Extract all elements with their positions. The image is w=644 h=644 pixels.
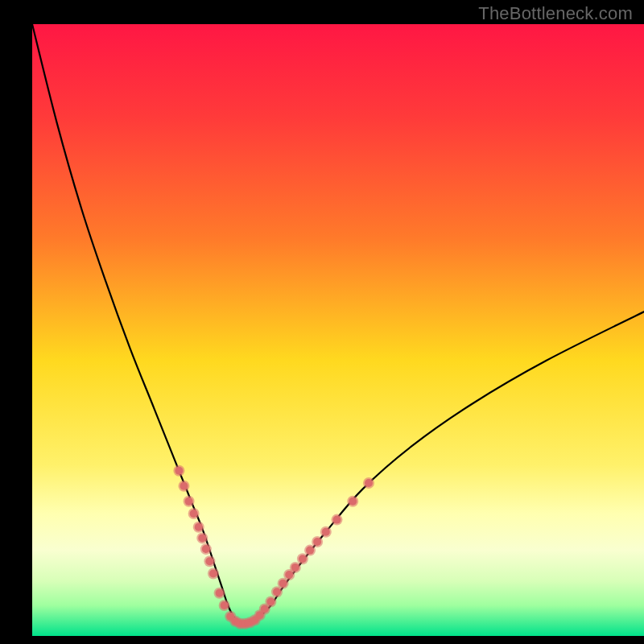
- marker-point-core: [195, 523, 203, 531]
- watermark-text: TheBottleneck.com: [478, 3, 633, 24]
- marker-point-core: [205, 557, 213, 565]
- plot-area: [32, 24, 644, 636]
- marker-point-core: [190, 510, 198, 518]
- chart-frame: TheBottleneck.com: [0, 0, 644, 644]
- marker-point-core: [313, 538, 321, 546]
- marker-point-core: [198, 534, 206, 542]
- marker-point-core: [180, 482, 188, 490]
- marker-point-core: [266, 597, 275, 605]
- marker-point-core: [322, 528, 330, 536]
- marker-point-core: [273, 588, 281, 596]
- marker-point-core: [216, 589, 224, 597]
- marker-point-core: [209, 569, 217, 577]
- marker-point-core: [349, 497, 357, 506]
- marker-point-core: [306, 547, 314, 555]
- marker-point-core: [279, 580, 287, 588]
- marker-point-core: [221, 601, 229, 609]
- marker-point-core: [365, 479, 373, 487]
- bottleneck-chart: [32, 24, 644, 636]
- marker-point-core: [291, 564, 299, 572]
- marker-point-core: [175, 467, 183, 475]
- marker-point-core: [332, 516, 341, 524]
- marker-point-core: [299, 555, 307, 563]
- marker-point-core: [202, 545, 210, 553]
- marker-point-core: [185, 497, 193, 506]
